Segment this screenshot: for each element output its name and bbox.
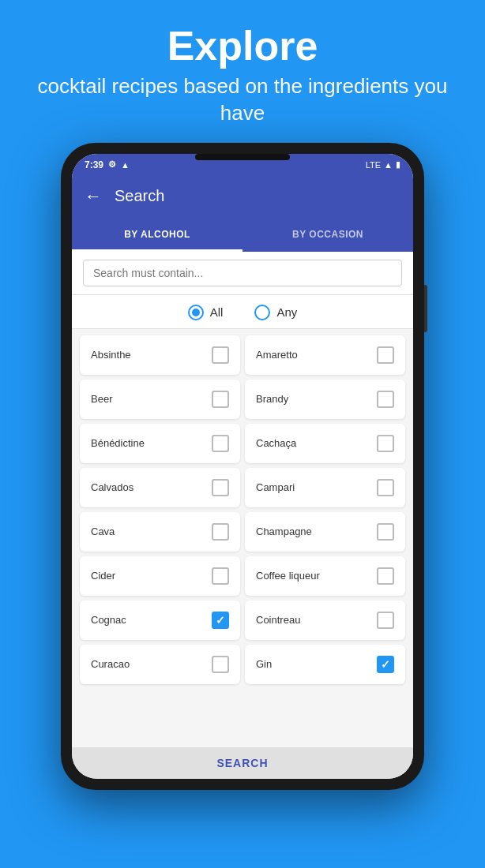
ingredient-checkbox[interactable] — [377, 391, 394, 408]
ingredient-item: Campari — [245, 468, 405, 507]
ingredient-checkbox[interactable] — [212, 612, 229, 629]
toolbar: ← Search — [72, 176, 413, 217]
ingredient-name: Coffee liqueur — [256, 570, 320, 582]
tab-by-alcohol[interactable]: BY ALCOHOL — [72, 217, 242, 252]
ingredient-name: Calvados — [91, 481, 133, 493]
network-label: LTE — [366, 160, 381, 170]
ingredient-checkbox[interactable] — [377, 479, 394, 496]
ingredient-name: Gin — [256, 658, 272, 670]
radio-all-label: All — [210, 305, 224, 319]
ingredient-item: Gin — [245, 645, 405, 684]
radio-row: All Any — [72, 295, 413, 329]
ingredient-checkbox[interactable] — [212, 391, 229, 408]
ingredient-name: Absinthe — [91, 349, 131, 361]
ingredient-name: Amaretto — [256, 349, 298, 361]
search-bar-container — [72, 252, 413, 295]
ingredient-checkbox[interactable] — [212, 479, 229, 496]
search-button-bar: SEARCH — [72, 747, 413, 779]
ingredient-name: Cachaça — [256, 437, 296, 449]
ingredient-item: Cognac — [80, 600, 240, 640]
ingredient-name: Cider — [91, 570, 115, 582]
radio-any[interactable]: Any — [254, 305, 297, 320]
ingredient-name: Curacao — [91, 658, 130, 670]
ingredient-name: Brandy — [256, 393, 288, 405]
ingredient-checkbox[interactable] — [377, 612, 394, 629]
ingredient-item: Bénédictine — [80, 424, 240, 463]
ingredient-item: Beer — [80, 380, 240, 419]
ingredient-checkbox[interactable] — [212, 656, 229, 673]
ingredient-checkbox[interactable] — [377, 435, 394, 452]
phone-side-button — [424, 285, 427, 332]
ingredients-grid: AbsintheAmarettoBeerBrandyBénédictineCac… — [80, 335, 405, 684]
ingredient-name: Cognac — [91, 614, 126, 626]
ingredient-item: Cider — [80, 556, 240, 596]
ingredient-item: Brandy — [245, 380, 405, 419]
ingredient-item: Champagne — [245, 512, 405, 552]
header-section: Explore cocktail recipes based on the in… — [0, 0, 485, 143]
phone-device: 7:39 ⚙ ▲ LTE ▲ ▮ ← Search BY ALCOHOL — [61, 143, 424, 790]
ingredient-checkbox[interactable] — [377, 346, 394, 364]
ingredient-checkbox[interactable] — [377, 523, 394, 541]
ingredient-checkbox[interactable] — [212, 523, 229, 541]
ingredient-name: Cointreau — [256, 614, 300, 626]
search-input[interactable] — [83, 260, 402, 286]
ingredients-scroll: AbsintheAmarettoBeerBrandyBénédictineCac… — [72, 329, 413, 747]
search-button[interactable]: SEARCH — [85, 757, 400, 769]
ingredient-item: Cointreau — [245, 600, 405, 640]
radio-any-circle — [254, 305, 270, 320]
ingredient-item: Cachaça — [245, 424, 405, 463]
ingredient-checkbox[interactable] — [212, 435, 229, 452]
ingredient-item: Coffee liqueur — [245, 556, 405, 596]
wifi-icon: ▲ — [121, 160, 130, 170]
ingredient-item: Cava — [80, 512, 240, 552]
ingredient-name: Cava — [91, 526, 115, 537]
ingredient-name: Bénédictine — [91, 437, 145, 449]
ingredient-item: Curacao — [80, 645, 240, 684]
tabs-bar: BY ALCOHOL BY OCCASION — [72, 217, 413, 252]
ingredient-item: Calvados — [80, 468, 240, 507]
ingredient-name: Champagne — [256, 526, 312, 537]
toolbar-title: Search — [115, 187, 164, 205]
page-title: Explore — [32, 24, 453, 69]
radio-all-circle — [188, 305, 204, 320]
signal-icon: ▲ — [384, 160, 393, 170]
battery-icon: ▮ — [396, 159, 400, 170]
ingredient-checkbox[interactable] — [212, 346, 229, 364]
ingredient-checkbox[interactable] — [377, 567, 394, 585]
ingredient-checkbox[interactable] — [212, 567, 229, 585]
tab-by-occasion[interactable]: BY OCCASION — [242, 217, 413, 252]
radio-any-label: Any — [276, 305, 297, 319]
ingredient-name: Beer — [91, 393, 112, 405]
settings-icon: ⚙ — [108, 159, 116, 170]
ingredient-checkbox[interactable] — [377, 656, 394, 673]
status-time: 7:39 — [85, 159, 103, 170]
radio-all[interactable]: All — [188, 305, 224, 320]
back-button[interactable]: ← — [85, 186, 102, 207]
ingredient-item: Absinthe — [80, 335, 240, 375]
phone-notch — [195, 154, 290, 160]
page-subtitle: cocktail recipes based on the ingredient… — [32, 73, 453, 127]
ingredient-name: Campari — [256, 481, 295, 493]
ingredient-item: Amaretto — [245, 335, 405, 375]
